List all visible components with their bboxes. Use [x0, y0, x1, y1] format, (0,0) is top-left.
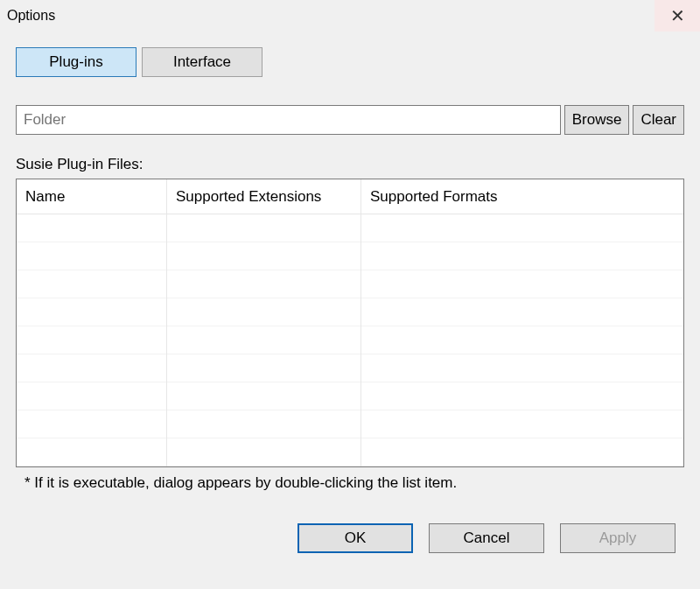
window-title: Options	[7, 8, 654, 24]
table-row	[17, 438, 166, 466]
title-bar: Options ✕	[0, 0, 700, 32]
table-row	[17, 270, 166, 298]
table-row	[167, 298, 360, 326]
folder-row: Browse Clear	[16, 105, 684, 135]
tab-interface[interactable]: Interface	[142, 47, 262, 77]
clear-button[interactable]: Clear	[633, 105, 684, 135]
table-row	[361, 270, 683, 298]
table-row	[17, 382, 166, 410]
column-extensions: Supported Extensions	[167, 179, 361, 466]
table-row	[361, 214, 683, 242]
column-formats: Supported Formats	[361, 179, 683, 466]
table-row	[167, 270, 360, 298]
table-row	[167, 438, 360, 466]
column-header-name[interactable]: Name	[17, 179, 166, 214]
tab-bar: Plug-ins Interface	[16, 47, 684, 77]
dialog-content: Plug-ins Interface Browse Clear Susie Pl…	[0, 32, 700, 569]
table-row	[17, 298, 166, 326]
dialog-buttons: OK Cancel Apply	[16, 523, 684, 553]
table-row	[17, 410, 166, 438]
table-row	[361, 326, 683, 354]
table-row	[361, 410, 683, 438]
column-name: Name	[17, 179, 167, 466]
table-row	[361, 354, 683, 382]
column-header-formats[interactable]: Supported Formats	[361, 179, 683, 214]
table-row	[17, 326, 166, 354]
table-row	[167, 326, 360, 354]
table-row	[361, 242, 683, 270]
tab-plugins[interactable]: Plug-ins	[16, 47, 136, 77]
table-row	[167, 242, 360, 270]
close-icon: ✕	[670, 5, 685, 26]
apply-button: Apply	[560, 523, 676, 553]
table-row	[17, 242, 166, 270]
hint-text: * If it is executable, dialog appears by…	[16, 474, 684, 492]
table-row	[167, 354, 360, 382]
table-row	[17, 214, 166, 242]
ok-button[interactable]: OK	[298, 523, 413, 553]
browse-button[interactable]: Browse	[564, 105, 630, 135]
table-row	[167, 214, 360, 242]
table-row	[17, 354, 166, 382]
table-row	[361, 438, 683, 466]
folder-input[interactable]	[16, 105, 561, 135]
table-row	[361, 298, 683, 326]
table-row	[167, 382, 360, 410]
table-row	[361, 382, 683, 410]
column-header-extensions[interactable]: Supported Extensions	[167, 179, 360, 214]
close-button[interactable]: ✕	[654, 0, 700, 32]
plugin-grid[interactable]: Name Supported Extensions	[16, 179, 684, 467]
plugin-list-label: Susie Plug-in Files:	[16, 156, 684, 173]
cancel-button[interactable]: Cancel	[429, 523, 544, 553]
table-row	[167, 410, 360, 438]
